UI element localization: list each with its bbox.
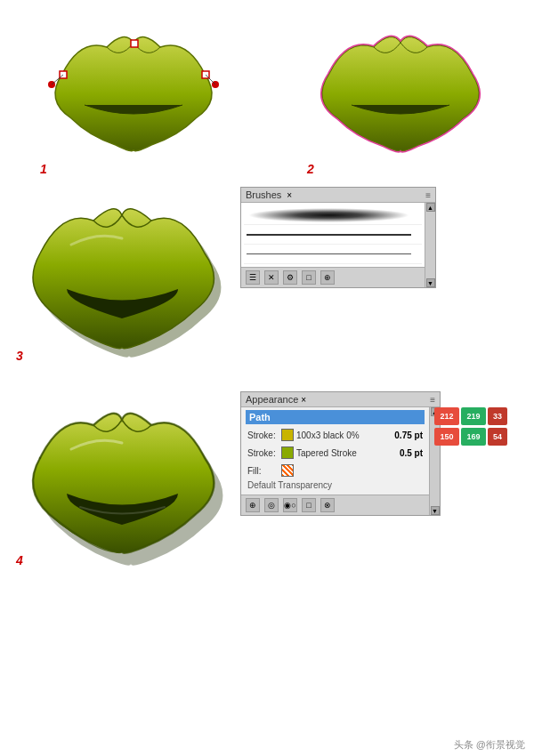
appearance-content: Path Stroke: 100x3 black 0% 0.75 pt bbox=[241, 407, 429, 495]
appearance-main: Path Stroke: 100x3 black 0% 0.75 pt bbox=[241, 407, 429, 515]
visibility-icon[interactable]: ◉○ bbox=[283, 498, 297, 512]
path-row: Path bbox=[246, 410, 425, 424]
appearance-section: Appearance × ≡ Path bbox=[240, 391, 441, 516]
brushes-close-icon[interactable]: × bbox=[287, 190, 292, 200]
stroke2-color-swatch[interactable] bbox=[281, 446, 294, 459]
brushes-panel-header: Brushes × ≡ bbox=[241, 188, 435, 203]
duplicate-icon[interactable]: □ bbox=[302, 498, 316, 512]
stroke-row-2: Stroke: Tapered Stroke 0.5 pt bbox=[246, 445, 425, 461]
badge-169: 169 bbox=[461, 428, 486, 446]
appearance-panel: Appearance × ≡ Path bbox=[240, 391, 441, 516]
stroke-row-1: Stroke: 100x3 black 0% 0.75 pt bbox=[246, 427, 425, 443]
brushes-main: ☰ ✕ ⚙ □ ⊕ bbox=[241, 203, 425, 287]
brush-expand-icon[interactable]: ⊕ bbox=[320, 270, 335, 285]
fill-row: Fill: bbox=[246, 462, 425, 479]
new-brush-icon[interactable]: ☰ bbox=[246, 270, 260, 285]
brushes-scrollbar[interactable]: ▲ ▼ bbox=[425, 203, 435, 287]
path-label: Path bbox=[249, 412, 271, 422]
appearance-scrollbar-down[interactable]: ▼ bbox=[431, 506, 440, 515]
appearance-panel-header: Appearance × ≡ bbox=[241, 392, 440, 407]
stroke1-weight: 0.75 pt bbox=[394, 430, 423, 440]
brush-stroke-medium bbox=[247, 234, 411, 236]
transparency-row: Default Transparency bbox=[246, 479, 425, 492]
stroke2-desc: Tapered Stroke bbox=[296, 448, 397, 458]
appearance-toolbar: ⊕ ◎ ◉○ □ ⊗ bbox=[241, 495, 429, 515]
brush-item-2[interactable] bbox=[244, 225, 422, 245]
color-badges: 212 219 33 150 169 54 bbox=[434, 407, 507, 446]
stroke1-label: Stroke: bbox=[247, 430, 279, 440]
brushes-toolbar: ☰ ✕ ⚙ □ ⊕ bbox=[241, 267, 425, 287]
lips-svg-4 bbox=[9, 391, 236, 578]
middle-row: 3 Brushes × ≡ bbox=[0, 178, 534, 382]
step-2-number: 2 bbox=[307, 162, 314, 176]
lips-step3-container: 3 bbox=[9, 187, 240, 365]
scrollbar-down-icon[interactable]: ▼ bbox=[426, 278, 435, 287]
delete-brush-icon[interactable]: ✕ bbox=[264, 270, 279, 285]
lips-svg-2 bbox=[303, 20, 498, 163]
badge-54: 54 bbox=[488, 428, 507, 446]
brush-item-3[interactable] bbox=[244, 245, 422, 264]
stroke1-desc: 100x3 black 0% bbox=[296, 430, 392, 440]
clear-icon[interactable]: ◎ bbox=[264, 498, 279, 512]
stroke1-color-swatch[interactable] bbox=[281, 429, 294, 441]
lips-step4-container: 4 bbox=[9, 391, 240, 569]
stroke2-weight: 0.5 pt bbox=[400, 448, 423, 458]
step-3-number: 3 bbox=[16, 349, 23, 363]
badge-219: 219 bbox=[461, 407, 486, 425]
brush-stroke-thick bbox=[247, 208, 411, 222]
badge-150: 150 bbox=[434, 428, 459, 446]
brushes-panel: Brushes × ≡ bbox=[240, 187, 436, 288]
delete-icon[interactable]: ⊗ bbox=[320, 498, 335, 512]
lips-svg-3 bbox=[9, 187, 236, 365]
stroke2-label: Stroke: bbox=[247, 448, 279, 458]
appearance-close-icon[interactable]: × bbox=[301, 395, 306, 405]
brush-options-icon[interactable]: ⚙ bbox=[283, 270, 297, 285]
add-effect-icon[interactable]: ⊕ bbox=[246, 498, 260, 512]
badge-212: 212 bbox=[434, 407, 459, 425]
fill-swatch[interactable] bbox=[281, 464, 294, 477]
brush-item-1[interactable] bbox=[244, 205, 422, 225]
appearance-body: Path Stroke: 100x3 black 0% 0.75 pt bbox=[241, 407, 440, 515]
badge-row-1: 212 219 33 bbox=[434, 407, 507, 425]
brushes-menu-icon[interactable]: ≡ bbox=[425, 190, 431, 200]
badge-33: 33 bbox=[488, 407, 507, 425]
step-4-number: 4 bbox=[16, 553, 23, 567]
top-row: 1 2 bbox=[0, 0, 534, 178]
svg-rect-2 bbox=[131, 40, 138, 47]
appearance-panel-title: Appearance bbox=[246, 394, 298, 405]
step-1-number: 1 bbox=[40, 162, 47, 176]
badge-row-2: 150 169 54 bbox=[434, 428, 507, 446]
appearance-menu-icon[interactable]: ≡ bbox=[430, 395, 435, 405]
lips-svg-1 bbox=[36, 20, 231, 163]
brush-library-icon[interactable]: □ bbox=[302, 270, 316, 285]
brushes-panel-title: Brushes bbox=[246, 189, 281, 200]
watermark: 头条 @衔景视觉 bbox=[454, 738, 525, 752]
lips-step2: 2 bbox=[303, 20, 498, 163]
bottom-row: 4 Appearance × ≡ Path bbox=[0, 382, 534, 596]
fill-label: Fill: bbox=[247, 466, 279, 476]
main-container: 1 2 bbox=[0, 0, 534, 756]
lips-step1: 1 bbox=[36, 20, 231, 163]
brushes-content bbox=[241, 203, 425, 267]
scrollbar-up-icon[interactable]: ▲ bbox=[426, 203, 435, 212]
brush-stroke-thin bbox=[247, 253, 411, 254]
transparency-label: Default Transparency bbox=[247, 480, 332, 490]
brushes-body: ☰ ✕ ⚙ □ ⊕ ▲ ▼ bbox=[241, 203, 435, 287]
